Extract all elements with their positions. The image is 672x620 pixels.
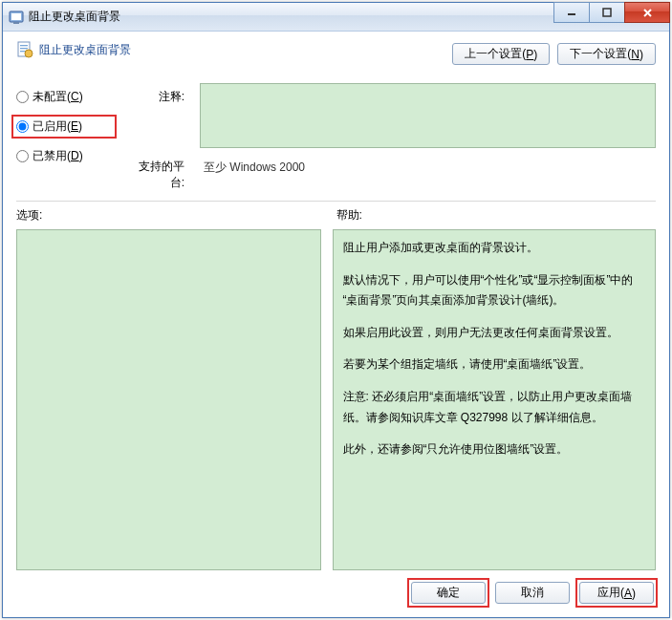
platform-value: 至少 Windows 2000 bbox=[200, 158, 656, 179]
comment-textarea[interactable] bbox=[200, 83, 656, 148]
policy-icon bbox=[16, 41, 33, 58]
svg-rect-2 bbox=[13, 22, 19, 24]
radio-not-configured[interactable]: 未配置(C) bbox=[16, 89, 112, 105]
radio-enabled-input[interactable] bbox=[16, 120, 29, 133]
en-l1: 已启用( bbox=[33, 119, 71, 133]
page-title: 阻止更改桌面背景 bbox=[39, 42, 131, 58]
svg-rect-7 bbox=[20, 48, 28, 49]
dis-k: D bbox=[71, 149, 79, 162]
help-p2: 默认情况下，用户可以使用“个性化”或“显示控制面板”中的“桌面背景”页向其桌面添… bbox=[343, 270, 646, 311]
next-label-1: 下一个设置( bbox=[570, 46, 631, 62]
cancel-button[interactable]: 取消 bbox=[495, 582, 570, 604]
apply-l2: ) bbox=[632, 587, 636, 600]
radio-not-configured-input[interactable] bbox=[16, 91, 29, 103]
help-p1: 阻止用户添加或更改桌面的背景设计。 bbox=[343, 238, 646, 259]
next-setting-button[interactable]: 下一个设置(N) bbox=[557, 43, 656, 65]
apply-button[interactable]: 应用(A) bbox=[579, 582, 654, 604]
help-p3: 如果启用此设置，则用户无法更改任何桌面背景设置。 bbox=[343, 323, 646, 344]
help-p5: 注意: 还必须启用“桌面墙纸”设置，以防止用户更改桌面墙纸。请参阅知识库文章 Q… bbox=[343, 387, 646, 428]
en-l2: ) bbox=[78, 119, 82, 133]
maximize-button[interactable] bbox=[589, 2, 625, 23]
dialog-window: 阻止更改桌面背景 bbox=[2, 2, 670, 618]
dis-l1: 已禁用( bbox=[33, 149, 71, 162]
help-panel[interactable]: 阻止用户添加或更改桌面的背景设计。 默认情况下，用户可以使用“个性化”或“显示控… bbox=[333, 229, 657, 570]
label-column: 注释: 支持的平台: bbox=[127, 83, 184, 191]
enabled-highlight: 已启用(E) bbox=[11, 115, 117, 139]
footer: 确定 取消 应用(A) bbox=[16, 580, 656, 606]
prev-label-2: ) bbox=[533, 48, 537, 61]
dis-l2: ) bbox=[79, 149, 83, 162]
nc-l1: 未配置( bbox=[33, 90, 71, 103]
platform-label: 支持的平台: bbox=[127, 159, 184, 191]
apply-highlight: 应用(A) bbox=[575, 578, 658, 608]
svg-point-9 bbox=[25, 50, 33, 57]
options-panel bbox=[16, 229, 321, 570]
radio-disabled[interactable]: 已禁用(D) bbox=[16, 148, 112, 164]
prev-key: P bbox=[526, 48, 533, 61]
en-k: E bbox=[71, 119, 78, 133]
svg-rect-1 bbox=[11, 13, 21, 20]
panels-header: 选项: 帮助: bbox=[16, 207, 656, 224]
divider bbox=[16, 201, 656, 202]
header-row: 阻止更改桌面背景 上一个设置(P) 下一个设置(N) bbox=[16, 41, 656, 83]
help-label: 帮助: bbox=[336, 207, 657, 224]
radio-column: 未配置(C) 已启用(E) 已禁用(D) bbox=[16, 83, 112, 191]
app-icon bbox=[9, 10, 24, 25]
radio-enabled[interactable]: 已启用(E) bbox=[16, 118, 112, 135]
close-button[interactable] bbox=[624, 2, 670, 23]
titlebar: 阻止更改桌面背景 bbox=[3, 3, 669, 32]
window-controls bbox=[554, 2, 670, 23]
svg-rect-6 bbox=[20, 45, 28, 46]
apply-l1: 应用( bbox=[597, 585, 624, 601]
next-key: N bbox=[631, 48, 639, 61]
ok-button[interactable]: 确定 bbox=[411, 582, 486, 604]
svg-rect-4 bbox=[603, 9, 611, 16]
radio-disabled-input[interactable] bbox=[16, 150, 29, 162]
comment-label: 注释: bbox=[127, 89, 184, 105]
minimize-button[interactable] bbox=[553, 2, 590, 23]
next-label-2: ) bbox=[639, 48, 643, 61]
help-p6: 此外，还请参阅“只允许使用位图墙纸”设置。 bbox=[343, 439, 646, 460]
options-label: 选项: bbox=[16, 207, 336, 224]
ok-highlight: 确定 bbox=[407, 578, 489, 608]
field-column: 至少 Windows 2000 bbox=[200, 83, 656, 191]
help-p4: 若要为某个组指定墙纸，请使用“桌面墙纸”设置。 bbox=[343, 354, 646, 375]
window-title: 阻止更改桌面背景 bbox=[29, 9, 120, 25]
nc-l2: ) bbox=[79, 90, 83, 103]
nc-k: C bbox=[71, 90, 79, 103]
prev-label-1: 上一个设置( bbox=[465, 46, 526, 62]
panels: 阻止用户添加或更改桌面的背景设计。 默认情况下，用户可以使用“个性化”或“显示控… bbox=[16, 229, 656, 570]
config-area: 未配置(C) 已启用(E) 已禁用(D) 注释: 支持的平台: bbox=[16, 83, 656, 191]
apply-k: A bbox=[624, 587, 632, 600]
client-area: 阻止更改桌面背景 上一个设置(P) 下一个设置(N) 未配置(C) bbox=[3, 32, 669, 617]
prev-setting-button[interactable]: 上一个设置(P) bbox=[452, 43, 550, 65]
